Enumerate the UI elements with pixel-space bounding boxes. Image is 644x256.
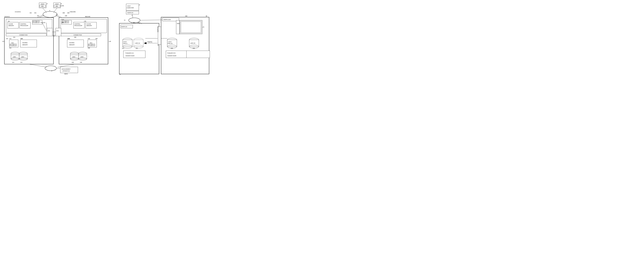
label-11b: 11B (109, 41, 111, 42)
label-23b: 23B (84, 20, 86, 22)
ldev10-label: LDEV:10 (135, 42, 140, 44)
ldev-b1-label: LDEV (72, 56, 76, 58)
right-system-3a-outer (119, 23, 159, 74)
ldev0-label: LDEV:0 (123, 43, 127, 44)
label-3a-right: 3A (119, 74, 121, 75)
label-31b-bottom: 31B (67, 38, 70, 39)
cache-memory-b-label: CACHE (86, 23, 91, 25)
lun0-label: LUN:0 (123, 41, 127, 42)
ldev-a1-label: LDEV (13, 56, 16, 58)
management-box (60, 67, 78, 73)
cha-top-b-label: CHA (62, 19, 64, 20)
label-22a: 22A (21, 38, 23, 39)
label-3b-left: 3B(101B) (85, 16, 90, 17)
label-25b: 25B (74, 36, 76, 38)
svg-line-25 (132, 14, 133, 18)
host1-hba-label: HBA (41, 6, 44, 7)
svg-line-3 (43, 8, 46, 12)
dka-a-port1-label: Port (10, 44, 12, 46)
virt-info-shadow2 (181, 22, 201, 32)
connection-a-label: CONNECTION (19, 34, 28, 36)
label-3b-right: 3B (206, 15, 207, 17)
management-label2: APPARATUS (62, 70, 70, 72)
label-20a-side: 20A (43, 22, 46, 23)
system-ref-label: 1(100) (60, 5, 64, 6)
product-info-right (166, 51, 210, 58)
port-b2-label: Port (66, 21, 68, 22)
port-a1-label: Port (33, 21, 36, 22)
connection-b-label: CONNECTION (74, 34, 82, 36)
label-32-right: 32 (158, 44, 159, 46)
label-20b-side: 20B (62, 22, 64, 23)
mapping-label: Mapping (148, 41, 152, 42)
lun0-30-label: LUN:0 (168, 41, 172, 42)
host-computer-label2: COMPUTER (127, 7, 134, 8)
svg-line-32 (140, 20, 162, 20)
label-26b: 26B (88, 47, 90, 49)
label-50a: 50A (122, 48, 124, 49)
product-aaa-label: ProductID:AAA (126, 52, 134, 54)
label-21b: 21B(102B) (70, 11, 76, 12)
control-processor-b-label2: PROCESSOR (74, 25, 82, 26)
product-info-left (124, 51, 145, 58)
svg-line-20 (52, 70, 56, 71)
dka-a-port2-label: Port (14, 44, 16, 46)
wwpn-s102-box (176, 20, 180, 34)
label-30b-2: 30B (67, 12, 70, 14)
shared-memory-b-label: SHARED (69, 42, 74, 44)
shared-memory-b-label2: MEMORY (69, 44, 75, 46)
management-ellipse (45, 66, 56, 71)
ldev-a2-label: LDEV (21, 56, 24, 58)
svg-line-23 (58, 64, 74, 67)
label-4-103: 4(103) (64, 73, 68, 74)
product-xxx-label: ProductID:XXX (167, 52, 176, 54)
label-23a: 23A (8, 20, 10, 22)
dka-b-port1-label: Port (88, 44, 91, 46)
cha-side-a-label: CHA (48, 30, 50, 32)
ldev-dots-a: ... (28, 55, 30, 56)
svg-line-22 (29, 64, 46, 67)
svg-line-4 (54, 8, 57, 12)
vendor-a-label: VendorID:VendA (126, 55, 135, 56)
control-processor-a-label: CONTROL (20, 23, 26, 25)
label-10b-2: 10B (80, 62, 82, 63)
label-2a: 2A (56, 14, 58, 15)
label-50c: 50C (136, 48, 138, 49)
host1-label: HOST (41, 4, 44, 5)
label-6: 6 (52, 70, 52, 72)
cache-memory-a-label2: MEMORY (8, 25, 14, 26)
label-30a-2: 30A (34, 12, 36, 14)
cha-top-a-label: CHA (40, 22, 43, 23)
wwpn-s3-label: WWPN:S3 (157, 26, 159, 32)
shared-memory-a-label2: MEMORY (22, 44, 28, 46)
ldev40-label: LDEV:40 (190, 42, 195, 44)
label-10a-1: 10A (12, 62, 14, 63)
dka-b-label: DKA (90, 42, 92, 44)
control-processor-a-label2: PROCESSOR (20, 25, 28, 26)
cha-side-b (56, 28, 61, 36)
network-switch-main (43, 11, 57, 18)
cha-side-a (47, 28, 52, 36)
label-20a-top: 20A (37, 15, 39, 16)
label-5-right: 5 (132, 15, 132, 16)
host2-hba-label: HBA (56, 6, 58, 7)
shared-memory-b (67, 40, 84, 47)
ldev-dots-b: ... (88, 55, 89, 56)
label-30a-right-1: 30A (133, 22, 135, 23)
wwpn-s100-label: WWPN:S100 (164, 19, 171, 20)
label-30b-1: 30B (62, 12, 65, 14)
cache-memory-a-label: CACHE (8, 23, 13, 25)
control-processor-b-label: CONTROL (74, 23, 80, 25)
label-31b-top: 31B (88, 38, 90, 39)
ldev-b2-label: LDEV (80, 56, 84, 58)
label-2a-right: 2A (124, 20, 126, 21)
label-24a: 24A (6, 38, 8, 39)
label-10a-2: 10A (20, 62, 22, 63)
label-25a: 25A (13, 36, 15, 38)
management-label1: MANAGEMENT (62, 68, 70, 70)
wwpn-h0-label: WWPN:H0 (127, 12, 133, 14)
label-30a-1: 30A (30, 12, 32, 14)
label-3a-left: 3A(101A) (4, 16, 10, 17)
label-21a: 21A(102A) (15, 11, 21, 12)
label-50b: 50B (171, 48, 173, 49)
